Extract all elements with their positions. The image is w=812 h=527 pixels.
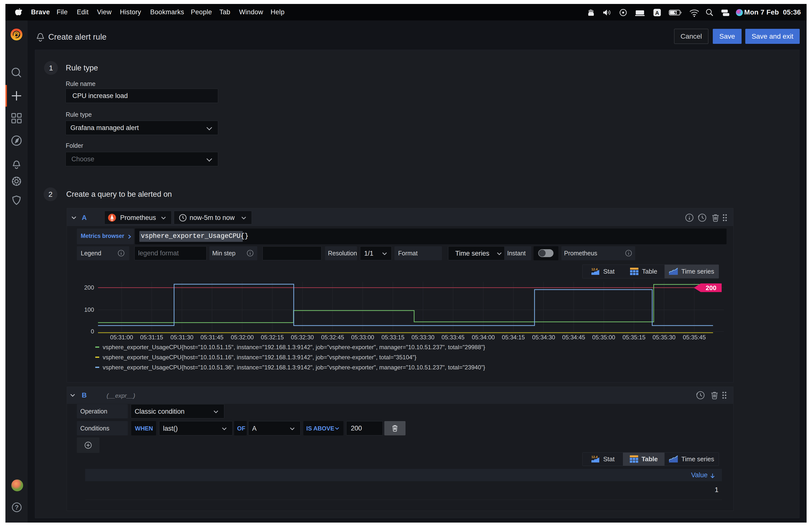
svg-text:200: 200 (84, 284, 94, 291)
svg-text:A: A (655, 10, 659, 16)
svg-text:05:35:00: 05:35:00 (592, 334, 615, 341)
svg-text:05:32:45: 05:32:45 (321, 334, 344, 341)
svg-text:05:35:30: 05:35:30 (652, 334, 675, 341)
svg-text:0: 0 (91, 328, 94, 335)
svg-text:05:32:00: 05:32:00 (231, 334, 253, 341)
svg-text:05:32:15: 05:32:15 (261, 334, 284, 341)
svg-text:05:33:00: 05:33:00 (351, 334, 374, 341)
svg-text:05:33:15: 05:33:15 (381, 334, 404, 341)
svg-text:05:34:00: 05:34:00 (472, 334, 495, 341)
svg-text:100: 100 (84, 307, 94, 313)
svg-text:05:31:00: 05:31:00 (110, 334, 133, 341)
svg-text:05:31:30: 05:31:30 (170, 334, 193, 341)
svg-text:05:31:45: 05:31:45 (200, 334, 223, 341)
svg-text:05:34:15: 05:34:15 (502, 334, 525, 341)
svg-text:200: 200 (706, 284, 716, 291)
svg-text:05:34:45: 05:34:45 (562, 334, 585, 341)
svg-text:05:33:30: 05:33:30 (411, 334, 434, 341)
svg-text:05:31:15: 05:31:15 (140, 334, 163, 341)
svg-text:05:34:30: 05:34:30 (532, 334, 555, 341)
svg-text:05:32:30: 05:32:30 (291, 334, 314, 341)
svg-text:05:33:45: 05:33:45 (441, 334, 464, 341)
svg-text:12.4: 12.4 (591, 268, 598, 271)
svg-text:05:35:45: 05:35:45 (683, 334, 706, 341)
svg-text:12.4: 12.4 (591, 455, 598, 459)
svg-text:?: ? (15, 503, 19, 511)
svg-text:05:35:15: 05:35:15 (622, 334, 645, 341)
